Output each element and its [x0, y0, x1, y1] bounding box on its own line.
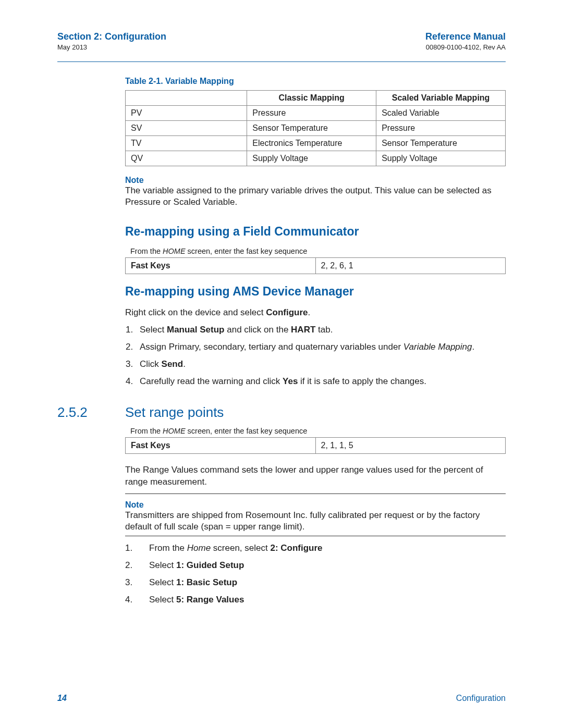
fastkey-intro: From the HOME screen, enter the fast key… — [130, 247, 506, 255]
section-label: Section 2: Configuration — [57, 31, 166, 42]
table-header-row: Classic Mapping Scaled Variable Mapping — [126, 91, 506, 106]
cell: Electronics Temperature — [247, 136, 376, 151]
ams-steps: Select Manual Setup and click on the HAR… — [125, 324, 506, 388]
col-header-blank — [126, 91, 247, 106]
note-text: The variable assigned to the primary var… — [125, 185, 506, 208]
note-top-rule — [125, 493, 506, 494]
cell: Pressure — [247, 106, 376, 121]
manual-label: Reference Manual — [425, 31, 506, 42]
bold: 2: Configure — [270, 543, 322, 553]
note-text-2: Transmitters are shipped from Rosemount … — [125, 510, 506, 533]
page-header: Section 2: Configuration May 2013 Refere… — [57, 31, 506, 51]
text: . — [183, 359, 186, 369]
note-label-2: Note — [125, 500, 506, 510]
home-italic: HOME — [163, 247, 186, 255]
cell: PV — [126, 106, 247, 121]
list-item: From the Home screen, select 2: Configur… — [125, 542, 506, 554]
section-title: Set range points — [125, 404, 224, 421]
text: screen, enter the fast key sequence — [186, 427, 308, 435]
col-header-classic: Classic Mapping — [247, 91, 376, 106]
bold: Configure — [266, 307, 308, 317]
text: screen, select — [211, 543, 270, 553]
note-label: Note — [125, 176, 506, 185]
fastkeys-table-2: Fast Keys 2, 1, 1, 5 — [125, 437, 506, 454]
text: tab. — [315, 325, 333, 335]
range-text: The Range Values command sets the lower … — [125, 464, 506, 488]
bold: HART — [291, 325, 315, 335]
list-item: Select 1: Basic Setup — [125, 577, 506, 589]
italic: Home — [187, 543, 211, 553]
bold: 5: Range Values — [176, 595, 244, 604]
header-right: Reference Manual 00809-0100-4102, Rev AA — [425, 31, 506, 51]
content-column-2: From the HOME screen, enter the fast key… — [125, 427, 506, 606]
document-date: May 2013 — [57, 43, 166, 51]
document-number: 00809-0100-4102, Rev AA — [425, 43, 506, 51]
text: From the — [130, 427, 163, 435]
content-column: Table 2-1. Variable Mapping Classic Mapp… — [125, 77, 506, 388]
table-caption: Table 2-1. Variable Mapping — [125, 77, 506, 86]
variable-mapping-table: Classic Mapping Scaled Variable Mapping … — [125, 90, 506, 166]
text: Carefully read the warning and click — [140, 376, 283, 386]
table-row: Fast Keys 2, 1, 1, 5 — [126, 437, 506, 453]
bold: Yes — [283, 376, 298, 386]
text: Right click on the device and select — [125, 307, 266, 317]
header-rule — [57, 61, 506, 62]
fastkeys-label: Fast Keys — [126, 437, 316, 453]
text: Select — [149, 560, 176, 570]
range-steps: From the Home screen, select 2: Configur… — [125, 542, 506, 606]
footer-section-label: Configuration — [456, 694, 506, 703]
bold: Manual Setup — [167, 325, 225, 335]
fastkeys-table-1: Fast Keys 2, 2, 6, 1 — [125, 257, 506, 274]
fastkey-intro-2: From the HOME screen, enter the fast key… — [130, 427, 506, 435]
page-footer: 14 Configuration — [57, 694, 506, 703]
text: . — [308, 307, 311, 317]
cell: QV — [126, 151, 247, 166]
text: From the — [149, 543, 187, 553]
list-item: Select Manual Setup and click on the HAR… — [136, 324, 506, 336]
list-item: Select 1: Guided Setup — [125, 560, 506, 572]
list-item: Carefully read the warning and click Yes… — [136, 376, 506, 388]
note-bottom-rule — [125, 536, 506, 536]
col-header-scaled: Scaled Variable Mapping — [376, 91, 506, 106]
table-row: Fast Keys 2, 2, 6, 1 — [126, 258, 506, 274]
text: if it is safe to apply the changes. — [298, 376, 426, 386]
text: . — [472, 342, 475, 352]
fastkeys-seq: 2, 1, 1, 5 — [315, 437, 506, 453]
text: Select — [149, 577, 176, 587]
cell: Supply Voltage — [376, 151, 506, 166]
bold: Send — [162, 359, 183, 369]
text: From the — [130, 247, 163, 255]
fastkeys-label: Fast Keys — [126, 258, 316, 274]
section-2-5-2-heading: 2.5.2 Set range points — [57, 404, 506, 421]
bold: 1: Basic Setup — [176, 577, 237, 587]
cell: Scaled Variable — [376, 106, 506, 121]
table-row: SV Sensor Temperature Pressure — [126, 121, 506, 136]
table-row: PV Pressure Scaled Variable — [126, 106, 506, 121]
text: and click on the — [225, 325, 291, 335]
table-row: QV Supply Voltage Supply Voltage — [126, 151, 506, 166]
section-number: 2.5.2 — [57, 404, 125, 421]
subhead-field-communicator: Re-mapping using a Field Communicator — [125, 225, 506, 239]
subhead-ams: Re-mapping using AMS Device Manager — [125, 285, 506, 299]
bold: 1: Guided Setup — [176, 560, 244, 570]
italic: Variable Mapping — [403, 342, 472, 352]
cell: SV — [126, 121, 247, 136]
text: Select — [140, 325, 167, 335]
home-italic: HOME — [163, 427, 186, 435]
cell: Sensor Temperature — [376, 136, 506, 151]
text: screen, enter the fast key sequence — [186, 247, 308, 255]
fastkeys-seq: 2, 2, 6, 1 — [315, 258, 506, 274]
list-item: Select 5: Range Values — [125, 594, 506, 606]
ams-intro: Right click on the device and select Con… — [125, 307, 506, 319]
cell: Supply Voltage — [247, 151, 376, 166]
text: Click — [140, 359, 162, 369]
header-left: Section 2: Configuration May 2013 — [57, 31, 166, 51]
text: Select — [149, 595, 176, 604]
cell: TV — [126, 136, 247, 151]
list-item: Assign Primary, secondary, tertiary and … — [136, 341, 506, 353]
table-row: TV Electronics Temperature Sensor Temper… — [126, 136, 506, 151]
text: Assign Primary, secondary, tertiary and … — [140, 342, 403, 352]
list-item: Click Send. — [136, 359, 506, 371]
page-number: 14 — [57, 694, 67, 703]
cell: Sensor Temperature — [247, 121, 376, 136]
